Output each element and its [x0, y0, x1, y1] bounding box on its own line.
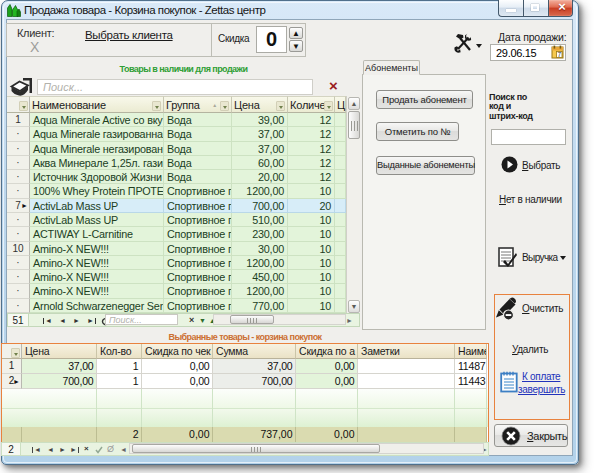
svg-text:7: 7	[557, 51, 561, 58]
